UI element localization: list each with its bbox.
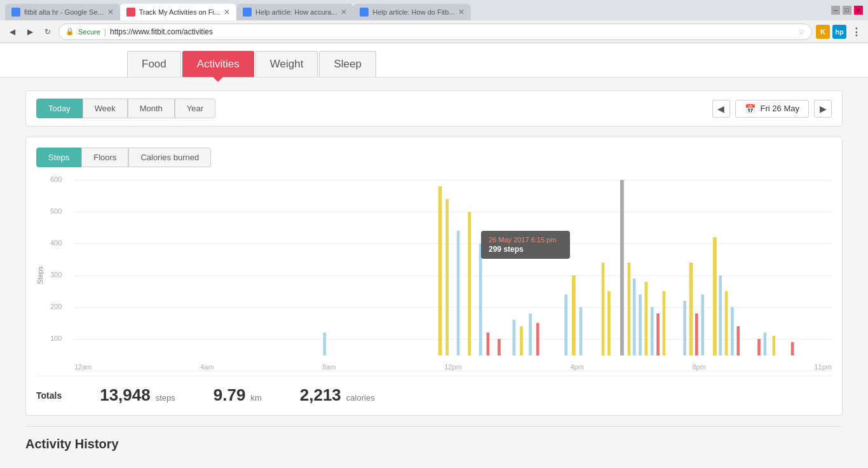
- bar: [763, 333, 766, 355]
- bar: [773, 336, 776, 355]
- browser-tabs: fitbit alta hr - Google Se... ✕ Track My…: [5, 0, 824, 20]
- period-month[interactable]: Month: [128, 99, 175, 118]
- bar: [663, 291, 666, 355]
- bar: [656, 313, 660, 355]
- bar: [628, 263, 631, 355]
- tab-3-label: Help article: How accura...: [255, 8, 337, 16]
- calories-value: 2,213: [300, 385, 341, 405]
- toolbar-icons: K hp ⋮: [816, 25, 863, 39]
- bar: [445, 199, 449, 355]
- period-year[interactable]: Year: [175, 99, 215, 118]
- bar: [479, 244, 482, 355]
- activity-history-heading: Activity History: [25, 426, 843, 457]
- back-button[interactable]: ◀: [5, 25, 19, 39]
- date-display: 📅 Fri 26 May: [735, 100, 809, 118]
- bar: [791, 342, 794, 355]
- distance-value: 9.79: [214, 385, 246, 405]
- tab-weight[interactable]: Weight: [255, 51, 318, 77]
- extension-hp[interactable]: hp: [832, 25, 846, 39]
- extension-k[interactable]: K: [816, 25, 830, 39]
- metric-steps[interactable]: Steps: [36, 148, 81, 167]
- tab-activities[interactable]: Activities: [182, 51, 254, 77]
- maximize-button[interactable]: □: [843, 6, 851, 15]
- bar: [719, 275, 722, 355]
- x-axis: 12am 4am 8am 12pm 4pm 8pm 11pm: [74, 361, 832, 371]
- window-controls: ─ □ ✕: [826, 6, 863, 15]
- steps-value: 13,948: [100, 385, 151, 405]
- bar: [564, 294, 567, 355]
- total-distance: 9.79 km: [214, 385, 262, 405]
- totals-row: Totals 13,948 steps 9.79 km 2,213 calori…: [36, 376, 832, 405]
- bar: [487, 333, 490, 355]
- extensions-button[interactable]: ⋮: [849, 25, 863, 39]
- distance-unit: km: [250, 393, 261, 403]
- bar: [512, 320, 515, 355]
- tab-3[interactable]: Help article: How accura... ✕: [236, 4, 353, 20]
- bar: [323, 333, 326, 355]
- bar: [757, 339, 761, 355]
- bar-chart-svg: [74, 180, 832, 355]
- bar: [536, 323, 539, 355]
- tab-1-close[interactable]: ✕: [107, 8, 114, 17]
- x-label-4am: 4am: [200, 363, 214, 371]
- period-week[interactable]: Week: [83, 99, 128, 118]
- y-axis-label: Steps: [36, 180, 49, 371]
- bar: [607, 291, 611, 355]
- totals-label: Totals: [36, 390, 62, 401]
- bar: [457, 231, 460, 355]
- chart-inner: 600 500 400 300 200 100: [49, 180, 832, 371]
- metric-tabs: Steps Floors Calories burned: [36, 148, 832, 167]
- bar: [701, 294, 704, 355]
- metric-floors[interactable]: Floors: [81, 148, 128, 167]
- x-label-11pm: 11pm: [814, 363, 832, 371]
- minimize-button[interactable]: ─: [831, 6, 840, 15]
- tab-1-favicon: [11, 8, 20, 17]
- tab-4-close[interactable]: ✕: [458, 8, 465, 17]
- bar: [529, 313, 532, 355]
- tab-food[interactable]: Food: [127, 51, 181, 77]
- tab-1[interactable]: fitbit alta hr - Google Se... ✕: [5, 4, 120, 20]
- tab-3-close[interactable]: ✕: [341, 8, 347, 17]
- tab-4-label: Help article: How do Fitb...: [372, 8, 454, 16]
- bar: [713, 237, 717, 355]
- tab-2[interactable]: Track My Activities on Fi... ✕: [120, 4, 236, 20]
- bar: [468, 212, 471, 355]
- x-label-12am: 12am: [74, 363, 92, 371]
- next-date-button[interactable]: ▶: [814, 100, 832, 118]
- bookmark-icon[interactable]: ☆: [798, 27, 805, 36]
- bar: [651, 307, 654, 355]
- bar: [645, 282, 648, 355]
- x-label-8pm: 8pm: [692, 363, 705, 371]
- bar: [572, 275, 576, 355]
- total-calories: 2,213 calories: [300, 385, 375, 405]
- bar: [520, 326, 523, 355]
- tab-2-close[interactable]: ✕: [224, 8, 230, 17]
- bar: [580, 307, 583, 355]
- steps-unit: steps: [156, 393, 175, 403]
- tab-2-label: Track My Activities on Fi...: [139, 8, 220, 16]
- bar: [438, 186, 442, 355]
- tab-sleep[interactable]: Sleep: [319, 51, 376, 77]
- tab-4[interactable]: Help article: How do Fitb... ✕: [353, 4, 471, 20]
- tab-3-favicon: [243, 8, 252, 17]
- calories-unit: calories: [346, 393, 375, 403]
- date-text: Fri 26 May: [761, 104, 799, 113]
- metric-calories[interactable]: Calories burned: [128, 148, 211, 167]
- refresh-button[interactable]: ↻: [41, 25, 55, 39]
- calendar-icon: 📅: [745, 104, 756, 114]
- browser-titlebar: fitbit alta hr - Google Se... ✕ Track My…: [0, 0, 868, 20]
- close-button[interactable]: ✕: [854, 6, 863, 15]
- bar: [683, 301, 686, 355]
- tab-4-favicon: [360, 8, 369, 17]
- period-today[interactable]: Today: [36, 99, 83, 118]
- forward-button[interactable]: ▶: [23, 25, 37, 39]
- bar: [736, 326, 740, 355]
- page-content: Food Activities Weight Sleep Today Week …: [0, 43, 868, 468]
- bar: [602, 263, 605, 355]
- address-bar[interactable]: 🔒 Secure | https://www.fitbit.com/activi…: [58, 24, 812, 40]
- bar: [639, 294, 642, 355]
- browser-toolbar: ◀ ▶ ↻ 🔒 Secure | https://www.fitbit.com/…: [0, 20, 868, 43]
- bar-highlight: [620, 180, 624, 355]
- secure-label: Secure: [78, 28, 100, 36]
- prev-date-button[interactable]: ◀: [712, 100, 730, 118]
